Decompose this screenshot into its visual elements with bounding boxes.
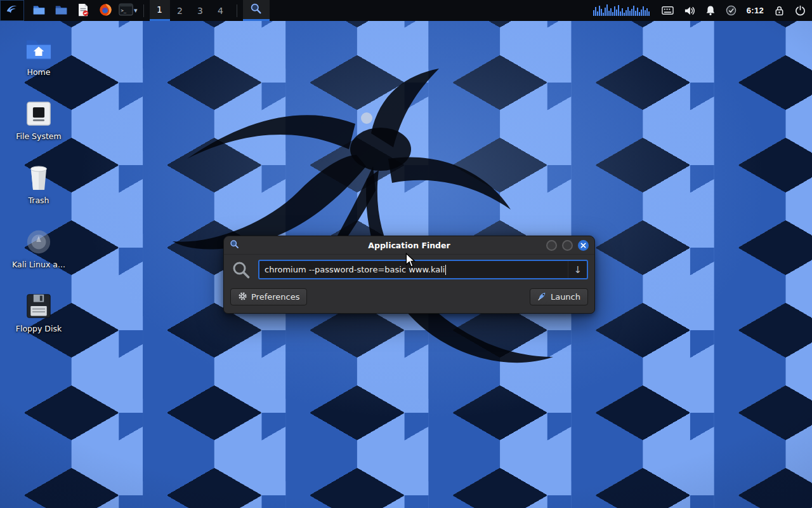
text-editor-launcher[interactable] <box>74 2 92 20</box>
trash-icon <box>24 164 53 192</box>
application-finder-window: Application Finder chromium --password-s… <box>223 236 595 314</box>
maximize-button[interactable] <box>562 240 573 251</box>
window-icon <box>230 239 239 251</box>
panel-launchers: >_ ▾ <box>30 2 138 20</box>
desktop-icon-label: Home <box>27 67 51 77</box>
clock[interactable]: 6:12 <box>747 6 764 15</box>
floppy-disk-icon <box>24 292 53 320</box>
application-finder-task-icon <box>250 3 262 17</box>
svg-text:>_: >_ <box>121 8 127 13</box>
workspace-3-button[interactable]: 3 <box>190 0 211 21</box>
text-cursor <box>445 265 446 275</box>
command-input-value: chromium --password-store=basic www.kali <box>265 265 445 274</box>
command-input[interactable]: chromium --password-store=basic www.kali… <box>258 260 588 279</box>
window-title: Application Finder <box>224 241 594 250</box>
desktop-icon-label: Kali Linux a... <box>12 260 65 269</box>
dropdown-arrow-icon[interactable]: ↓ <box>568 261 582 278</box>
power-icon[interactable] <box>795 5 806 16</box>
taskbar-application-finder[interactable] <box>243 0 270 21</box>
finder-content: chromium --password-store=basic www.kali… <box>224 255 594 313</box>
launch-icon <box>537 291 547 303</box>
terminal-icon: >_ <box>119 3 133 18</box>
workspace-2-button[interactable]: 2 <box>170 0 190 21</box>
kali-installer-icon <box>24 228 53 256</box>
desktop-icon-column: Home File System Trash <box>11 36 66 333</box>
status-icon[interactable] <box>726 5 737 16</box>
desktop-icon-label: Trash <box>28 196 49 205</box>
firefox-launcher[interactable] <box>96 2 114 20</box>
desktop-icon-kali-installer[interactable]: Kali Linux a... <box>11 228 66 269</box>
audio-visualizer-icon <box>593 3 652 19</box>
file-manager-launcher[interactable] <box>30 2 48 20</box>
document-icon <box>77 3 89 18</box>
preferences-button[interactable]: Preferences <box>230 288 307 305</box>
keyboard-icon[interactable] <box>662 6 674 15</box>
terminal-launcher[interactable]: >_ ▾ <box>119 2 138 20</box>
desktop-icon-trash[interactable]: Trash <box>11 164 66 205</box>
gear-icon <box>238 291 247 303</box>
titlebar[interactable]: Application Finder <box>224 236 594 255</box>
close-button[interactable] <box>578 240 589 251</box>
notifications-bell-icon[interactable] <box>705 5 716 16</box>
volume-icon[interactable] <box>684 6 695 16</box>
desktop-icon-file-system[interactable]: File System <box>11 100 66 141</box>
folder-icon <box>32 3 46 18</box>
firefox-icon <box>99 3 112 18</box>
system-tray: 6:12 <box>593 3 806 19</box>
launch-button[interactable]: Launch <box>530 288 588 305</box>
workspace-switcher: 1 2 3 4 <box>150 0 231 21</box>
workspace-4-button[interactable]: 4 <box>211 0 231 21</box>
launch-label: Launch <box>551 292 580 302</box>
folder-launcher[interactable] <box>52 2 70 20</box>
minimize-button[interactable] <box>546 240 557 251</box>
desktop-icon-floppy-disk[interactable]: Floppy Disk <box>11 292 66 333</box>
kali-logo-icon <box>5 3 19 18</box>
search-icon <box>230 260 252 279</box>
launcher-menu-caret-icon[interactable]: ▾ <box>134 6 138 15</box>
desktop-icon-label: File System <box>16 131 62 141</box>
panel-separator <box>143 4 144 17</box>
workspace-1-button[interactable]: 1 <box>150 0 170 21</box>
home-folder-icon <box>24 36 53 64</box>
applications-menu-button[interactable] <box>0 0 24 21</box>
dark-folder-icon <box>55 3 68 18</box>
lock-screen-icon[interactable] <box>774 5 785 17</box>
file-system-drive-icon <box>24 100 53 128</box>
window-controls <box>546 240 589 251</box>
preferences-label: Preferences <box>251 292 299 302</box>
desktop-icon-home[interactable]: Home <box>11 36 66 77</box>
top-panel: >_ ▾ 1 2 3 4 <box>0 0 812 21</box>
desktop-icon-label: Floppy Disk <box>16 324 62 333</box>
panel-separator <box>237 4 237 17</box>
